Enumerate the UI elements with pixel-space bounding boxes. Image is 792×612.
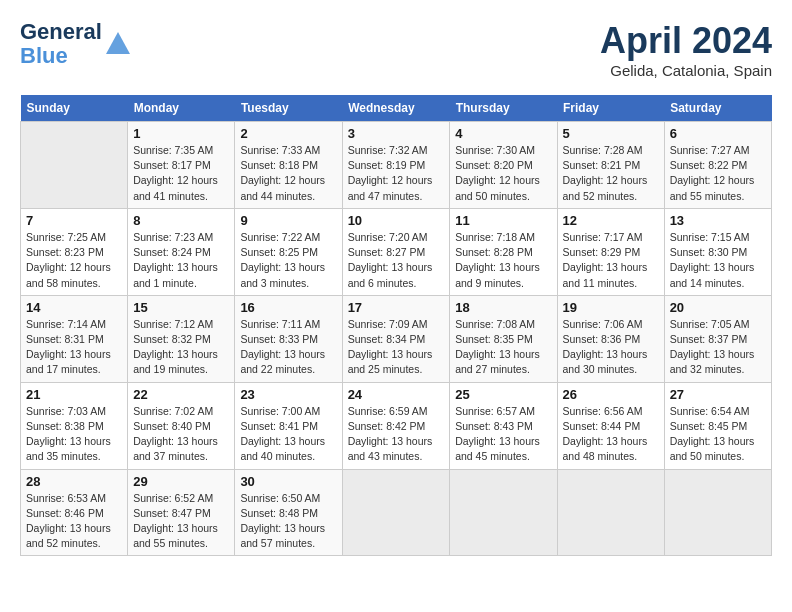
calendar-cell: 28Sunrise: 6:53 AMSunset: 8:46 PMDayligh… xyxy=(21,469,128,556)
calendar-cell: 19Sunrise: 7:06 AMSunset: 8:36 PMDayligh… xyxy=(557,295,664,382)
day-number: 12 xyxy=(563,213,659,228)
column-header-monday: Monday xyxy=(128,95,235,122)
location-subtitle: Gelida, Catalonia, Spain xyxy=(600,62,772,79)
day-info: Sunrise: 7:14 AMSunset: 8:31 PMDaylight:… xyxy=(26,317,122,378)
calendar-cell xyxy=(21,122,128,209)
day-info: Sunrise: 7:25 AMSunset: 8:23 PMDaylight:… xyxy=(26,230,122,291)
calendar-table: SundayMondayTuesdayWednesdayThursdayFrid… xyxy=(20,95,772,556)
calendar-cell: 27Sunrise: 6:54 AMSunset: 8:45 PMDayligh… xyxy=(664,382,771,469)
day-info: Sunrise: 7:08 AMSunset: 8:35 PMDaylight:… xyxy=(455,317,551,378)
calendar-cell: 26Sunrise: 6:56 AMSunset: 8:44 PMDayligh… xyxy=(557,382,664,469)
svg-marker-0 xyxy=(106,32,130,54)
calendar-header-row: SundayMondayTuesdayWednesdayThursdayFrid… xyxy=(21,95,772,122)
day-info: Sunrise: 7:28 AMSunset: 8:21 PMDaylight:… xyxy=(563,143,659,204)
calendar-cell xyxy=(450,469,557,556)
day-info: Sunrise: 7:32 AMSunset: 8:19 PMDaylight:… xyxy=(348,143,445,204)
calendar-cell xyxy=(557,469,664,556)
day-number: 7 xyxy=(26,213,122,228)
column-header-saturday: Saturday xyxy=(664,95,771,122)
day-info: Sunrise: 7:03 AMSunset: 8:38 PMDaylight:… xyxy=(26,404,122,465)
day-number: 22 xyxy=(133,387,229,402)
day-info: Sunrise: 6:59 AMSunset: 8:42 PMDaylight:… xyxy=(348,404,445,465)
calendar-cell: 30Sunrise: 6:50 AMSunset: 8:48 PMDayligh… xyxy=(235,469,342,556)
day-info: Sunrise: 7:11 AMSunset: 8:33 PMDaylight:… xyxy=(240,317,336,378)
day-number: 15 xyxy=(133,300,229,315)
day-number: 6 xyxy=(670,126,766,141)
day-info: Sunrise: 6:53 AMSunset: 8:46 PMDaylight:… xyxy=(26,491,122,552)
calendar-cell: 6Sunrise: 7:27 AMSunset: 8:22 PMDaylight… xyxy=(664,122,771,209)
calendar-cell xyxy=(664,469,771,556)
day-info: Sunrise: 7:23 AMSunset: 8:24 PMDaylight:… xyxy=(133,230,229,291)
calendar-cell: 14Sunrise: 7:14 AMSunset: 8:31 PMDayligh… xyxy=(21,295,128,382)
logo-icon xyxy=(104,30,132,58)
day-info: Sunrise: 7:35 AMSunset: 8:17 PMDaylight:… xyxy=(133,143,229,204)
day-info: Sunrise: 7:12 AMSunset: 8:32 PMDaylight:… xyxy=(133,317,229,378)
column-header-sunday: Sunday xyxy=(21,95,128,122)
day-number: 9 xyxy=(240,213,336,228)
calendar-week-row: 14Sunrise: 7:14 AMSunset: 8:31 PMDayligh… xyxy=(21,295,772,382)
calendar-cell: 12Sunrise: 7:17 AMSunset: 8:29 PMDayligh… xyxy=(557,208,664,295)
calendar-week-row: 21Sunrise: 7:03 AMSunset: 8:38 PMDayligh… xyxy=(21,382,772,469)
day-number: 25 xyxy=(455,387,551,402)
calendar-cell: 1Sunrise: 7:35 AMSunset: 8:17 PMDaylight… xyxy=(128,122,235,209)
day-info: Sunrise: 6:50 AMSunset: 8:48 PMDaylight:… xyxy=(240,491,336,552)
day-info: Sunrise: 7:20 AMSunset: 8:27 PMDaylight:… xyxy=(348,230,445,291)
column-header-thursday: Thursday xyxy=(450,95,557,122)
calendar-cell: 17Sunrise: 7:09 AMSunset: 8:34 PMDayligh… xyxy=(342,295,450,382)
day-number: 4 xyxy=(455,126,551,141)
calendar-cell: 18Sunrise: 7:08 AMSunset: 8:35 PMDayligh… xyxy=(450,295,557,382)
day-number: 26 xyxy=(563,387,659,402)
day-number: 5 xyxy=(563,126,659,141)
calendar-cell: 15Sunrise: 7:12 AMSunset: 8:32 PMDayligh… xyxy=(128,295,235,382)
title-block: April 2024 Gelida, Catalonia, Spain xyxy=(600,20,772,79)
column-header-tuesday: Tuesday xyxy=(235,95,342,122)
day-number: 29 xyxy=(133,474,229,489)
day-number: 18 xyxy=(455,300,551,315)
day-number: 30 xyxy=(240,474,336,489)
day-number: 21 xyxy=(26,387,122,402)
calendar-cell: 10Sunrise: 7:20 AMSunset: 8:27 PMDayligh… xyxy=(342,208,450,295)
column-header-friday: Friday xyxy=(557,95,664,122)
day-number: 14 xyxy=(26,300,122,315)
calendar-week-row: 1Sunrise: 7:35 AMSunset: 8:17 PMDaylight… xyxy=(21,122,772,209)
day-info: Sunrise: 7:17 AMSunset: 8:29 PMDaylight:… xyxy=(563,230,659,291)
day-info: Sunrise: 7:18 AMSunset: 8:28 PMDaylight:… xyxy=(455,230,551,291)
day-info: Sunrise: 7:33 AMSunset: 8:18 PMDaylight:… xyxy=(240,143,336,204)
calendar-cell: 25Sunrise: 6:57 AMSunset: 8:43 PMDayligh… xyxy=(450,382,557,469)
calendar-cell: 7Sunrise: 7:25 AMSunset: 8:23 PMDaylight… xyxy=(21,208,128,295)
day-number: 28 xyxy=(26,474,122,489)
day-info: Sunrise: 6:52 AMSunset: 8:47 PMDaylight:… xyxy=(133,491,229,552)
calendar-week-row: 28Sunrise: 6:53 AMSunset: 8:46 PMDayligh… xyxy=(21,469,772,556)
day-info: Sunrise: 7:30 AMSunset: 8:20 PMDaylight:… xyxy=(455,143,551,204)
day-number: 2 xyxy=(240,126,336,141)
day-info: Sunrise: 7:06 AMSunset: 8:36 PMDaylight:… xyxy=(563,317,659,378)
day-number: 10 xyxy=(348,213,445,228)
day-number: 20 xyxy=(670,300,766,315)
day-number: 17 xyxy=(348,300,445,315)
day-number: 23 xyxy=(240,387,336,402)
logo: GeneralBlue xyxy=(20,20,132,68)
calendar-cell: 5Sunrise: 7:28 AMSunset: 8:21 PMDaylight… xyxy=(557,122,664,209)
day-info: Sunrise: 7:09 AMSunset: 8:34 PMDaylight:… xyxy=(348,317,445,378)
calendar-cell: 8Sunrise: 7:23 AMSunset: 8:24 PMDaylight… xyxy=(128,208,235,295)
day-number: 24 xyxy=(348,387,445,402)
day-number: 27 xyxy=(670,387,766,402)
calendar-cell: 20Sunrise: 7:05 AMSunset: 8:37 PMDayligh… xyxy=(664,295,771,382)
day-info: Sunrise: 7:05 AMSunset: 8:37 PMDaylight:… xyxy=(670,317,766,378)
calendar-cell: 23Sunrise: 7:00 AMSunset: 8:41 PMDayligh… xyxy=(235,382,342,469)
calendar-cell: 2Sunrise: 7:33 AMSunset: 8:18 PMDaylight… xyxy=(235,122,342,209)
calendar-cell: 13Sunrise: 7:15 AMSunset: 8:30 PMDayligh… xyxy=(664,208,771,295)
calendar-cell: 9Sunrise: 7:22 AMSunset: 8:25 PMDaylight… xyxy=(235,208,342,295)
calendar-cell xyxy=(342,469,450,556)
column-header-wednesday: Wednesday xyxy=(342,95,450,122)
day-info: Sunrise: 7:15 AMSunset: 8:30 PMDaylight:… xyxy=(670,230,766,291)
day-number: 13 xyxy=(670,213,766,228)
calendar-body: 1Sunrise: 7:35 AMSunset: 8:17 PMDaylight… xyxy=(21,122,772,556)
day-number: 8 xyxy=(133,213,229,228)
calendar-cell: 4Sunrise: 7:30 AMSunset: 8:20 PMDaylight… xyxy=(450,122,557,209)
calendar-cell: 24Sunrise: 6:59 AMSunset: 8:42 PMDayligh… xyxy=(342,382,450,469)
month-title: April 2024 xyxy=(600,20,772,62)
day-number: 19 xyxy=(563,300,659,315)
day-info: Sunrise: 6:57 AMSunset: 8:43 PMDaylight:… xyxy=(455,404,551,465)
calendar-cell: 16Sunrise: 7:11 AMSunset: 8:33 PMDayligh… xyxy=(235,295,342,382)
